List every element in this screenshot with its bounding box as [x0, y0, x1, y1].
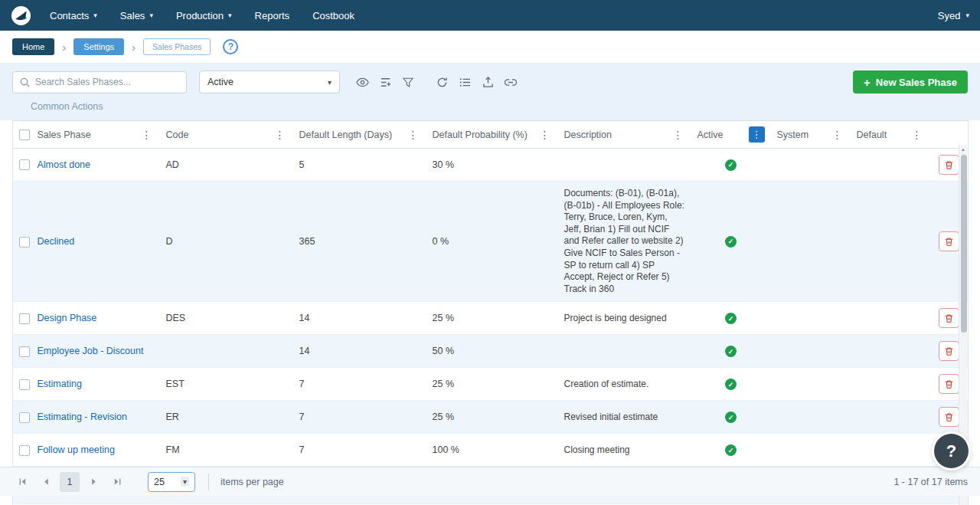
- cell-system: [771, 335, 851, 368]
- column-menu-icon[interactable]: ⋮: [910, 130, 924, 140]
- cell-length: 14: [293, 302, 426, 335]
- column-menu-icon[interactable]: ⋮: [538, 130, 552, 140]
- delete-button[interactable]: [939, 407, 959, 427]
- refresh-icon: [436, 77, 448, 88]
- nav-reports[interactable]: Reports: [255, 10, 290, 21]
- top-navbar: Contacts ▾ Sales ▾ Production ▾ Reports …: [0, 0, 980, 31]
- common-actions-link[interactable]: Common Actions: [31, 101, 103, 112]
- trash-icon: [944, 160, 954, 170]
- select-all-checkbox[interactable]: [19, 130, 30, 140]
- help-fab[interactable]: ?: [934, 434, 969, 468]
- export-button[interactable]: [478, 72, 498, 92]
- list-view-button[interactable]: [455, 72, 475, 92]
- breadcrumb-settings[interactable]: Settings: [74, 38, 124, 55]
- column-header-description: Description: [564, 130, 612, 140]
- delete-button[interactable]: [939, 374, 959, 394]
- row-checkbox[interactable]: [19, 379, 30, 390]
- search-icon: [20, 77, 30, 87]
- cell-system: [771, 434, 851, 467]
- chevron-down-icon: ▾: [149, 11, 153, 19]
- breadcrumb-sales-phases[interactable]: Sales Phases: [143, 38, 211, 55]
- column-menu-icon[interactable]: ⋮: [140, 130, 154, 140]
- nav-sales[interactable]: Sales ▾: [120, 10, 153, 21]
- table-row: Design Phase DES 14 25 % Project is bein…: [13, 302, 969, 335]
- chevron-down-icon: ▾: [228, 11, 232, 19]
- sales-phase-link[interactable]: Employee Job - Discount: [38, 346, 144, 356]
- delete-button[interactable]: [939, 308, 959, 328]
- cell-length: 7: [293, 368, 426, 401]
- column-chooser-button[interactable]: [375, 72, 395, 92]
- chevron-right-icon: ›: [132, 41, 136, 53]
- delete-button[interactable]: [939, 155, 959, 175]
- sales-phase-link[interactable]: Design Phase: [38, 313, 97, 323]
- scroll-up-icon[interactable]: ▲: [959, 145, 967, 154]
- page-size-value: 25: [154, 477, 165, 487]
- row-checkbox[interactable]: [19, 412, 30, 423]
- pagination-first-button[interactable]: [12, 472, 32, 492]
- refresh-button[interactable]: [432, 72, 452, 92]
- active-check-icon: ✓: [725, 236, 737, 248]
- nav-costbook[interactable]: Costbook: [312, 10, 354, 21]
- search-input[interactable]: [35, 77, 179, 87]
- filter-button[interactable]: [398, 72, 418, 92]
- user-name: Syed: [938, 10, 961, 21]
- nav-production[interactable]: Production ▾: [176, 10, 232, 21]
- help-icon[interactable]: ?: [223, 39, 238, 54]
- cell-code: [160, 335, 293, 368]
- toolbar: Active ▾: [0, 63, 980, 120]
- cell-code: AD: [160, 149, 293, 182]
- sales-phase-link[interactable]: Almost done: [38, 159, 90, 170]
- pagination-page-1[interactable]: 1: [60, 472, 80, 492]
- cell-probability: 25 %: [426, 302, 558, 335]
- row-checkbox[interactable]: [19, 445, 30, 456]
- nav-production-label: Production: [176, 10, 224, 21]
- items-per-page-label: items per page: [220, 477, 284, 487]
- new-sales-phase-button[interactable]: + New Sales Phase: [853, 71, 968, 93]
- user-menu[interactable]: Syed ▾: [938, 10, 969, 21]
- app-logo-icon: [11, 5, 31, 26]
- column-header-default-length: Default Length (Days): [299, 130, 393, 140]
- active-check-icon: ✓: [725, 159, 737, 171]
- cell-description: Revised initial estimate: [558, 401, 691, 434]
- row-checkbox[interactable]: [19, 159, 30, 170]
- search-box: [12, 71, 187, 93]
- link-button[interactable]: [501, 72, 521, 92]
- status-filter-select[interactable]: Active ▾: [199, 71, 340, 93]
- sales-phase-link[interactable]: Estimating - Revision: [38, 412, 127, 422]
- scrollbar-thumb[interactable]: [961, 155, 967, 333]
- column-menu-icon[interactable]: ⋮: [407, 130, 420, 140]
- sales-phase-link[interactable]: Estimating: [38, 379, 82, 389]
- active-check-icon: ✓: [725, 444, 737, 456]
- next-page-icon: [90, 477, 98, 486]
- breadcrumb: Home › Settings › Sales Phases ?: [0, 31, 980, 63]
- row-checkbox[interactable]: [19, 346, 30, 357]
- chevron-down-icon: ▾: [93, 11, 97, 19]
- app-logo[interactable]: [11, 5, 31, 26]
- column-menu-icon[interactable]: ⋮: [273, 130, 287, 140]
- sales-phase-link[interactable]: Declined: [38, 236, 75, 247]
- row-checkbox[interactable]: [19, 313, 30, 324]
- pagination-last-button[interactable]: [107, 472, 127, 492]
- visibility-button[interactable]: [352, 72, 372, 92]
- trash-icon: [944, 379, 954, 389]
- row-checkbox[interactable]: [19, 237, 30, 248]
- sales-phase-link[interactable]: Follow up meeting: [38, 444, 115, 455]
- breadcrumb-home[interactable]: Home: [12, 38, 54, 55]
- pagination-prev-button[interactable]: [36, 472, 56, 492]
- pagination-next-button[interactable]: [83, 472, 103, 492]
- column-header-default: Default: [857, 130, 887, 140]
- cell-length: 365: [293, 182, 426, 302]
- delete-button[interactable]: [939, 341, 959, 361]
- page-size-select[interactable]: 25 ▾: [148, 472, 195, 492]
- cell-code: DES: [160, 302, 293, 335]
- export-icon: [482, 77, 494, 88]
- trash-icon: [944, 237, 954, 247]
- delete-button[interactable]: [939, 231, 959, 251]
- column-menu-icon[interactable]: ⋮: [831, 130, 844, 140]
- chevron-down-icon: ▾: [328, 78, 332, 87]
- nav-contacts[interactable]: Contacts ▾: [50, 10, 97, 21]
- column-menu-icon[interactable]: ⋮: [671, 130, 685, 140]
- column-menu-icon-active[interactable]: ⋮: [749, 126, 765, 143]
- cell-probability: 30 %: [426, 149, 558, 182]
- trash-icon: [944, 346, 954, 356]
